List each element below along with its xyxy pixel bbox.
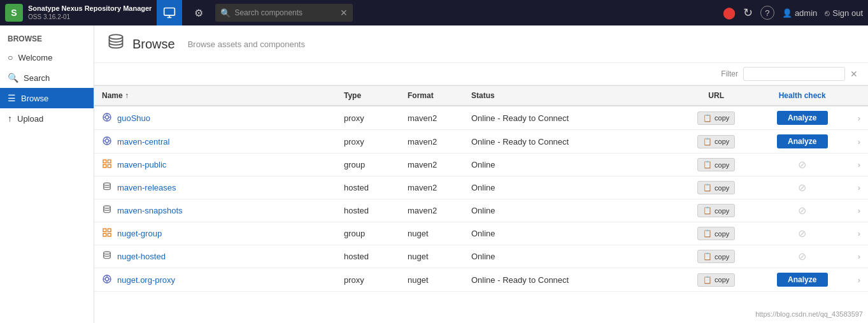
topbar-right: ⬤ ↻ ? 👤 admin ⎋ Sign out [723,6,863,20]
cell-arrow[interactable]: › [850,199,868,222]
cell-arrow[interactable]: › [850,154,868,176]
refresh-icon[interactable]: ↻ [743,6,753,20]
sidebar-item-upload[interactable]: ↑ Upload [0,108,94,129]
welcome-icon: ○ [8,52,13,62]
cell-url: 📋 copy [678,268,755,292]
svg-rect-14 [103,160,106,163]
cell-arrow[interactable]: › [850,130,868,154]
filter-bar: Filter ✕ [94,63,868,85]
filter-clear-icon[interactable]: ✕ [850,69,858,79]
copy-button[interactable]: 📋 copy [697,181,735,194]
repo-type-icon [102,159,112,171]
copy-icon: 📋 [703,229,712,238]
user-menu[interactable]: 👤 admin [782,8,817,18]
sidebar-item-welcome[interactable]: ○ Welcome [0,47,94,68]
cell-status: Online [464,176,678,199]
analyze-button[interactable]: Analyze [777,134,828,148]
copy-button[interactable]: 📋 copy [697,111,735,125]
col-type: Type [336,86,400,106]
cell-url: 📋 copy [678,176,755,199]
cell-arrow[interactable]: › [850,176,868,199]
cell-url: 📋 copy [678,245,755,268]
sidebar-header: Browse [0,31,94,47]
sidebar-item-browse[interactable]: ☰ Browse [0,88,94,108]
cell-name: maven-releases [94,176,336,199]
copy-button[interactable]: 📋 copy [697,204,735,217]
repo-name[interactable]: maven-public [117,160,166,169]
repo-name[interactable]: nuget.org-proxy [117,275,175,285]
copy-icon: 📋 [703,183,712,192]
search-input[interactable] [234,8,336,17]
repo-type-icon [102,250,112,262]
copy-label: copy [715,114,729,122]
table-row: maven-public group maven2 Online 📋 copy … [94,154,868,176]
browse-nav-button[interactable] [157,0,182,25]
copy-button[interactable]: 📋 copy [697,227,735,240]
cell-format: maven2 [400,176,464,199]
cell-format: maven2 [400,199,464,222]
copy-button[interactable]: 📋 copy [697,250,735,263]
col-arrow [850,86,868,106]
copy-label: copy [715,184,729,192]
repo-name[interactable]: nuget-group [117,229,162,238]
table-row: guoShuo proxy maven2 Online - Ready to C… [94,106,868,130]
copy-icon: 📋 [703,138,712,146]
repo-name[interactable]: guoShuo [117,113,150,123]
cell-format: nuget [400,245,464,268]
repo-name[interactable]: maven-snapshots [117,206,183,215]
brand: S Sonatype Nexus Repository Manager OSS … [5,4,152,22]
cell-arrow[interactable]: › [850,106,868,130]
cell-status: Online - Ready to Connect [464,268,678,292]
copy-icon: 📋 [703,114,712,122]
sidebar-item-search-label: Search [24,73,50,83]
repo-name[interactable]: maven-releases [117,183,176,192]
svg-point-1 [110,34,123,39]
cell-health: Analyze [755,130,850,154]
cell-status: Online [464,222,678,245]
copy-label: copy [715,253,729,261]
svg-point-24 [104,252,111,254]
repo-table: Name ↑ Type Format Status URL Health che… [94,85,868,292]
help-icon[interactable]: ? [760,6,774,20]
search-clear-icon[interactable]: ✕ [340,8,348,18]
cell-format: nuget [400,222,464,245]
cell-arrow[interactable]: › [850,245,868,268]
table-row: maven-central proxy maven2 Online - Read… [94,130,868,154]
table-row: nuget-group group nuget Online 📋 copy ⊘ … [94,222,868,245]
repo-name[interactable]: nuget-hosted [117,252,166,261]
svg-point-26 [105,277,108,280]
filter-input[interactable] [743,67,845,81]
copy-button[interactable]: 📋 copy [697,135,735,148]
cell-format: maven2 [400,106,464,130]
cell-url: 📋 copy [678,130,755,154]
repo-type-icon [102,112,112,124]
user-icon: 👤 [782,8,792,18]
copy-button[interactable]: 📋 copy [697,158,735,171]
svg-rect-22 [103,233,106,236]
settings-button[interactable]: ⚙ [187,1,210,24]
layout: Browse ○ Welcome 🔍 Search ☰ Browse ↑ Upl… [0,25,868,323]
cell-name: guoShuo [94,106,336,130]
copy-button[interactable]: 📋 copy [697,273,735,287]
analyze-button[interactable]: Analyze [777,111,828,125]
search-icon: 🔍 [220,8,231,18]
analyze-button[interactable]: Analyze [777,273,828,287]
warning-icon[interactable]: ⬤ [723,6,736,20]
cell-format: maven2 [400,130,464,154]
repo-name[interactable]: maven-central [117,137,169,147]
brand-text: Sonatype Nexus Repository Manager OSS 3.… [28,4,152,20]
cell-format: maven2 [400,154,464,176]
sidebar-item-search[interactable]: 🔍 Search [0,68,94,88]
cell-arrow[interactable]: › [850,222,868,245]
svg-rect-0 [164,8,175,16]
upload-icon: ↑ [8,113,12,124]
repo-type-icon [102,205,112,217]
search-box: 🔍 ✕ [215,4,353,22]
cell-name: nuget-hosted [94,245,336,268]
signout-button[interactable]: ⎋ Sign out [825,8,863,18]
cell-arrow[interactable]: › [850,268,868,292]
copy-label: copy [715,230,729,238]
cell-health: Analyze [755,268,850,292]
copy-icon: 📋 [703,276,712,284]
cell-type: group [336,222,400,245]
